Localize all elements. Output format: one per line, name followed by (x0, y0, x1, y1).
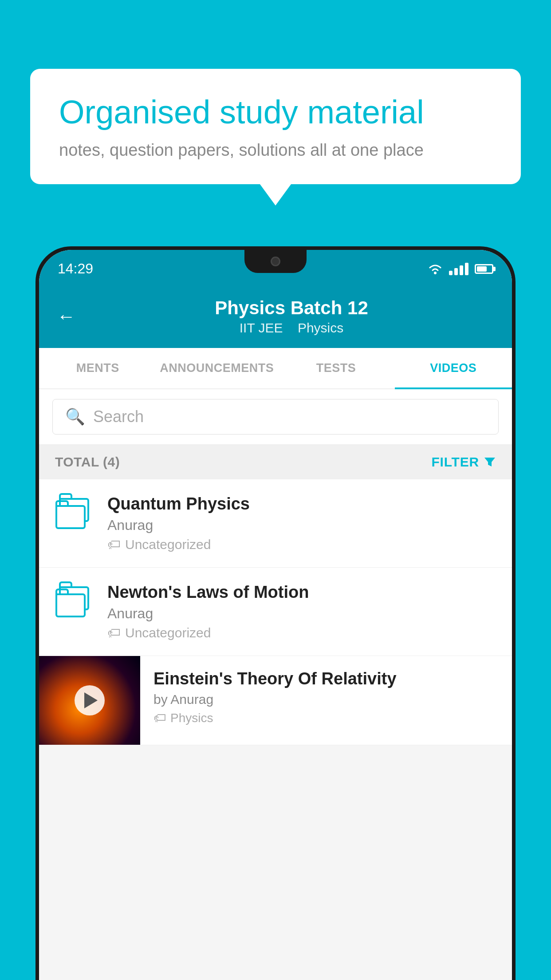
svg-point-0 (434, 272, 437, 274)
filter-row: TOTAL (4) FILTER (39, 445, 512, 479)
app-header: ← Physics Batch 12 IIT JEE Physics (39, 288, 512, 348)
video-tag: 🏷 Uncategorized (107, 625, 496, 640)
back-button[interactable]: ← (57, 307, 75, 326)
tabs-bar: MENTS ANNOUNCEMENTS TESTS VIDEOS (39, 348, 512, 389)
speech-bubble-container: Organised study material notes, question… (30, 69, 521, 184)
batch-title: Physics Batch 12 (89, 297, 494, 319)
wifi-icon (428, 263, 443, 275)
tab-ments[interactable]: MENTS (39, 348, 156, 388)
total-count: TOTAL (4) (55, 454, 120, 470)
status-icons (428, 263, 493, 275)
search-input[interactable]: Search (93, 407, 144, 426)
tag-icon: 🏷 (107, 625, 121, 640)
video-tag: 🏷 Uncategorized (107, 537, 496, 552)
svg-marker-1 (484, 458, 495, 466)
video-title: Einstein's Theory Of Relativity (153, 669, 499, 688)
folder-icon (55, 496, 94, 535)
phone-screen: 14:29 (39, 250, 512, 980)
list-item[interactable]: Einstein's Theory Of Relativity by Anura… (39, 656, 512, 745)
phone-inner: 14:29 (39, 250, 512, 980)
video-tag: 🏷 Physics (153, 711, 499, 725)
play-button[interactable] (75, 685, 105, 715)
list-item[interactable]: Quantum Physics Anurag 🏷 Uncategorized (39, 479, 512, 568)
battery-icon (475, 264, 493, 274)
filter-icon (484, 456, 496, 468)
notch (244, 250, 307, 273)
tag-iit-jee: IIT JEE (240, 320, 283, 335)
camera (271, 257, 280, 266)
video-item-info: Einstein's Theory Of Relativity by Anura… (140, 656, 512, 739)
video-list: Quantum Physics Anurag 🏷 Uncategorized (39, 479, 512, 745)
tab-announcements[interactable]: ANNOUNCEMENTS (156, 348, 277, 388)
video-title: Newton's Laws of Motion (107, 583, 496, 602)
phone-frame: 14:29 (35, 246, 516, 980)
speech-bubble: Organised study material notes, question… (30, 69, 521, 184)
video-item-info: Newton's Laws of Motion Anurag 🏷 Uncateg… (107, 583, 496, 640)
speech-bubble-title: Organised study material (59, 93, 492, 131)
video-author: Anurag (107, 517, 496, 533)
search-icon: 🔍 (65, 407, 85, 426)
video-title: Quantum Physics (107, 494, 496, 514)
video-thumbnail (39, 656, 140, 745)
video-item-info: Quantum Physics Anurag 🏷 Uncategorized (107, 494, 496, 552)
tag-icon: 🏷 (107, 537, 121, 552)
batch-subtitle: IIT JEE Physics (89, 320, 494, 336)
filter-button[interactable]: FILTER (431, 454, 496, 470)
signal-icon (449, 263, 468, 275)
search-bar-container: 🔍 Search (39, 389, 512, 445)
list-item[interactable]: Newton's Laws of Motion Anurag 🏷 Uncateg… (39, 568, 512, 656)
video-author: Anurag (107, 605, 496, 622)
search-bar[interactable]: 🔍 Search (52, 399, 499, 435)
tag-physics: Physics (298, 320, 343, 335)
tab-tests[interactable]: TESTS (277, 348, 394, 388)
folder-icon (55, 585, 94, 624)
status-bar: 14:29 (39, 250, 512, 288)
status-time: 14:29 (58, 261, 93, 277)
tab-videos[interactable]: VIDEOS (395, 348, 512, 388)
video-author: by Anurag (153, 692, 499, 707)
tag-icon: 🏷 (153, 711, 166, 725)
header-center: Physics Batch 12 IIT JEE Physics (89, 297, 494, 336)
speech-bubble-subtitle: notes, question papers, solutions all at… (59, 141, 492, 160)
play-icon (84, 692, 98, 708)
